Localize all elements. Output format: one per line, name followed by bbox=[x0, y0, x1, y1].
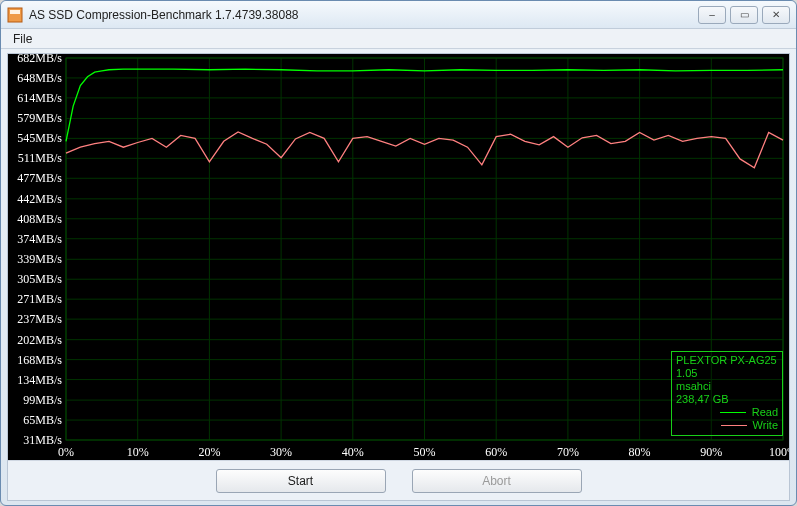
svg-text:648MB/s: 648MB/s bbox=[17, 71, 62, 85]
abort-button[interactable]: Abort bbox=[412, 469, 582, 493]
svg-text:20%: 20% bbox=[198, 445, 220, 459]
svg-text:100%: 100% bbox=[769, 445, 789, 459]
drive-info-box: PLEXTOR PX-AG25 1.05 msahci 238,47 GB Re… bbox=[671, 351, 783, 436]
legend-write-line bbox=[721, 425, 747, 426]
svg-text:30%: 30% bbox=[270, 445, 292, 459]
svg-text:202MB/s: 202MB/s bbox=[17, 333, 62, 347]
svg-text:60%: 60% bbox=[485, 445, 507, 459]
svg-text:339MB/s: 339MB/s bbox=[17, 252, 62, 266]
svg-text:408MB/s: 408MB/s bbox=[17, 212, 62, 226]
svg-text:0%: 0% bbox=[58, 445, 74, 459]
button-bar: Start Abort bbox=[8, 460, 789, 500]
svg-text:65MB/s: 65MB/s bbox=[23, 413, 62, 427]
content: 682MB/s648MB/s614MB/s579MB/s545MB/s511MB… bbox=[7, 53, 790, 501]
svg-text:70%: 70% bbox=[557, 445, 579, 459]
svg-text:50%: 50% bbox=[414, 445, 436, 459]
drive-size: 238,47 GB bbox=[676, 393, 778, 406]
drive-firmware: 1.05 bbox=[676, 367, 778, 380]
svg-text:31MB/s: 31MB/s bbox=[23, 433, 62, 447]
svg-text:511MB/s: 511MB/s bbox=[18, 151, 63, 165]
chart-area: 682MB/s648MB/s614MB/s579MB/s545MB/s511MB… bbox=[8, 54, 789, 460]
svg-text:305MB/s: 305MB/s bbox=[17, 272, 62, 286]
svg-text:168MB/s: 168MB/s bbox=[17, 353, 62, 367]
svg-text:271MB/s: 271MB/s bbox=[17, 292, 62, 306]
svg-text:579MB/s: 579MB/s bbox=[17, 111, 62, 125]
start-button[interactable]: Start bbox=[216, 469, 386, 493]
drive-driver: msahci bbox=[676, 380, 778, 393]
svg-text:682MB/s: 682MB/s bbox=[17, 54, 62, 65]
svg-text:374MB/s: 374MB/s bbox=[17, 232, 62, 246]
app-icon bbox=[7, 7, 23, 23]
svg-text:134MB/s: 134MB/s bbox=[17, 373, 62, 387]
legend-read-label: Read bbox=[752, 406, 778, 419]
menu-file[interactable]: File bbox=[7, 31, 38, 47]
svg-text:10%: 10% bbox=[127, 445, 149, 459]
titlebar: AS SSD Compression-Benchmark 1.7.4739.38… bbox=[1, 1, 796, 29]
close-button[interactable]: ✕ bbox=[762, 6, 790, 24]
legend-write: Write bbox=[676, 419, 778, 432]
legend-read: Read bbox=[676, 406, 778, 419]
legend-write-label: Write bbox=[753, 419, 778, 432]
svg-text:80%: 80% bbox=[629, 445, 651, 459]
svg-text:614MB/s: 614MB/s bbox=[17, 91, 62, 105]
window-controls: – ▭ ✕ bbox=[698, 6, 790, 24]
minimize-button[interactable]: – bbox=[698, 6, 726, 24]
svg-text:90%: 90% bbox=[700, 445, 722, 459]
drive-model: PLEXTOR PX-AG25 bbox=[676, 354, 778, 367]
svg-text:477MB/s: 477MB/s bbox=[17, 171, 62, 185]
app-window: AS SSD Compression-Benchmark 1.7.4739.38… bbox=[0, 0, 797, 506]
svg-text:442MB/s: 442MB/s bbox=[17, 192, 62, 206]
svg-rect-1 bbox=[10, 10, 20, 14]
svg-text:237MB/s: 237MB/s bbox=[17, 312, 62, 326]
window-title: AS SSD Compression-Benchmark 1.7.4739.38… bbox=[29, 8, 698, 22]
legend-read-line bbox=[720, 412, 746, 413]
menubar: File bbox=[1, 29, 796, 49]
svg-text:99MB/s: 99MB/s bbox=[23, 393, 62, 407]
svg-text:40%: 40% bbox=[342, 445, 364, 459]
maximize-button[interactable]: ▭ bbox=[730, 6, 758, 24]
svg-text:545MB/s: 545MB/s bbox=[17, 131, 62, 145]
